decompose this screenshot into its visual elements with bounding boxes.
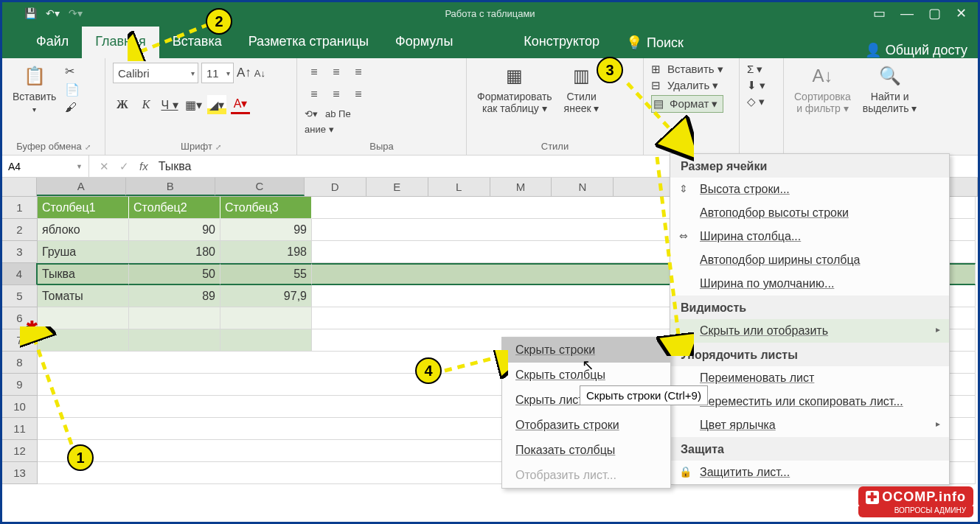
row-header-10[interactable]: 10 — [2, 396, 38, 418]
row-header-3[interactable]: 3 — [2, 241, 38, 263]
cell[interactable]: 99 — [220, 219, 312, 241]
cell[interactable]: Тыква — [38, 263, 129, 285]
insert-icon: ⊞ — [651, 63, 664, 76]
cell[interactable]: 180 — [129, 241, 220, 263]
increase-font-icon[interactable]: A↑ — [237, 66, 251, 80]
menu-autofit-col[interactable]: Автоподбор ширины столбца — [670, 248, 949, 272]
enter-icon[interactable]: ✓ — [119, 160, 129, 173]
align-left-icon[interactable]: ≡ — [305, 85, 324, 104]
fill-color-button[interactable]: ◢▾ — [207, 95, 226, 114]
sort-filter-button[interactable]: A↓ Сортировка и фильтр ▾ — [791, 63, 854, 116]
menu-hide-unhide[interactable]: Скрыть или отобразить▸ — [670, 319, 949, 343]
select-all-corner[interactable] — [2, 178, 37, 196]
submenu-show-rows[interactable]: Отобразить строки — [502, 413, 670, 438]
font-name-select[interactable]: Calibri — [113, 63, 198, 83]
row-header-13[interactable]: 13 — [2, 462, 38, 484]
format-cells-button[interactable]: ▤Формат ▾ — [651, 95, 723, 113]
menu-row-height[interactable]: ⇕Высота строки... — [670, 178, 949, 201]
autosum-icon[interactable]: Σ ▾ — [747, 63, 765, 76]
align-right-icon[interactable]: ≡ — [349, 85, 368, 104]
close-icon[interactable]: ✕ — [956, 5, 967, 21]
row-header-11[interactable]: 11 — [2, 418, 38, 440]
undo-icon[interactable]: ↶▾ — [46, 7, 60, 19]
cut-icon[interactable]: ✂ — [65, 64, 80, 78]
insert-cells-button[interactable]: ⊞Вставить ▾ — [651, 63, 723, 76]
tab-formulas[interactable]: Формулы — [382, 27, 466, 58]
cell[interactable]: Груша — [38, 241, 129, 263]
menu-autofit-row[interactable]: Автоподбор высоты строки — [670, 201, 949, 225]
decrease-font-icon[interactable]: A↓ — [254, 68, 265, 79]
menu-tab-color[interactable]: Цвет ярлычка▸ — [670, 413, 949, 437]
row-header-2[interactable]: 2 — [2, 219, 38, 241]
tell-me-search[interactable]: 💡Поиск — [613, 27, 697, 58]
underline-button[interactable]: Ч ▾ — [160, 95, 179, 114]
merge-button[interactable]: ание ▾ — [305, 124, 334, 135]
col-header-e[interactable]: E — [366, 178, 428, 196]
row-header-9[interactable]: 9 — [2, 374, 38, 396]
name-box[interactable]: A4▼ — [2, 156, 89, 177]
fill-icon[interactable]: ⬇ ▾ — [747, 79, 765, 92]
formula-value[interactable]: Тыква — [159, 160, 192, 173]
save-icon[interactable]: 💾 — [24, 7, 37, 19]
row-header-12[interactable]: 12 — [2, 440, 38, 462]
tab-designer[interactable]: Конструктор — [510, 27, 613, 58]
orientation-icon[interactable]: ⟲▾ — [305, 108, 318, 119]
border-button[interactable]: ▦▾ — [184, 95, 203, 114]
format-as-table-button[interactable]: ▦ Форматировать как таблицу ▾ — [474, 63, 555, 116]
cell[interactable]: 97,9 — [220, 285, 312, 307]
align-top-icon[interactable]: ≡ — [305, 63, 324, 82]
format-painter-icon[interactable]: 🖌 — [65, 101, 80, 114]
share-button[interactable]: 👤Общий досту — [865, 42, 978, 58]
font-size-select[interactable]: 11 — [201, 63, 234, 83]
align-center-icon[interactable]: ≡ — [327, 85, 346, 104]
col-header-l[interactable]: L — [428, 178, 490, 196]
cell[interactable]: 50 — [129, 263, 220, 285]
cell[interactable]: Томаты — [38, 285, 129, 307]
font-color-button[interactable]: А▾ — [231, 95, 250, 114]
col-header-m[interactable]: M — [490, 178, 552, 196]
col-header-c[interactable]: C — [215, 178, 305, 196]
copy-icon[interactable]: 📄 — [65, 83, 80, 97]
menu-protect-sheet[interactable]: 🔒Защитить лист... — [670, 461, 949, 484]
cancel-icon[interactable]: ✕ — [100, 160, 109, 173]
row-header-4[interactable]: 4 — [2, 263, 38, 285]
col-header-n[interactable]: N — [552, 178, 614, 196]
menu-rename-sheet[interactable]: Переименовать лист — [670, 366, 949, 390]
col-width-icon: ⇔ — [679, 230, 688, 242]
col-header-b[interactable]: B — [126, 178, 215, 196]
row-header-5[interactable]: 5 — [2, 285, 38, 307]
cell[interactable]: 90 — [129, 219, 220, 241]
submenu-show-cols[interactable]: Показать столбцы — [502, 438, 670, 463]
cell[interactable]: Столбец1 — [38, 197, 129, 219]
fx-icon[interactable]: fx — [139, 160, 148, 172]
cell[interactable]: яблоко — [38, 219, 129, 241]
align-bottom-icon[interactable]: ≡ — [349, 63, 368, 82]
menu-move-copy[interactable]: Переместить или скопировать лист... — [670, 390, 949, 413]
col-header-d[interactable]: D — [305, 178, 366, 196]
paste-button[interactable]: 📋 Вставить ▾ — [10, 63, 59, 115]
ribbon-options-icon[interactable]: ▭ — [873, 5, 886, 21]
find-select-button[interactable]: 🔍 Найти и выделить ▾ — [860, 63, 920, 116]
delete-cells-button[interactable]: ⊟Удалить ▾ — [651, 79, 723, 92]
cell[interactable]: Столбец3 — [220, 197, 312, 219]
minimize-icon[interactable]: — — [900, 6, 914, 21]
cell[interactable]: 198 — [220, 241, 312, 263]
tab-layout[interactable]: Разметка страницы — [235, 27, 382, 58]
align-middle-icon[interactable]: ≡ — [327, 63, 346, 82]
clear-icon[interactable]: ◇ ▾ — [747, 95, 765, 108]
col-header-a[interactable]: A — [37, 178, 126, 196]
wrap-text-button[interactable]: ab Пе — [325, 108, 351, 119]
cell[interactable]: 55 — [220, 263, 312, 285]
tab-home[interactable]: Главная — [82, 27, 159, 58]
menu-default-width[interactable]: Ширина по умолчанию... — [670, 272, 949, 296]
row-header-1[interactable]: 1 — [2, 197, 38, 219]
tab-file[interactable]: Файл — [23, 27, 82, 58]
cell[interactable]: Столбец2 — [129, 197, 220, 219]
redo-icon[interactable]: ↷▾ — [69, 7, 83, 19]
cell[interactable]: 89 — [129, 285, 220, 307]
italic-button[interactable]: К — [136, 95, 156, 114]
menu-col-width[interactable]: ⇔Ширина столбца... — [670, 225, 949, 248]
bold-button[interactable]: Ж — [113, 95, 132, 114]
maximize-icon[interactable]: ▢ — [928, 5, 941, 21]
row-header-8[interactable]: 8 — [2, 352, 38, 374]
